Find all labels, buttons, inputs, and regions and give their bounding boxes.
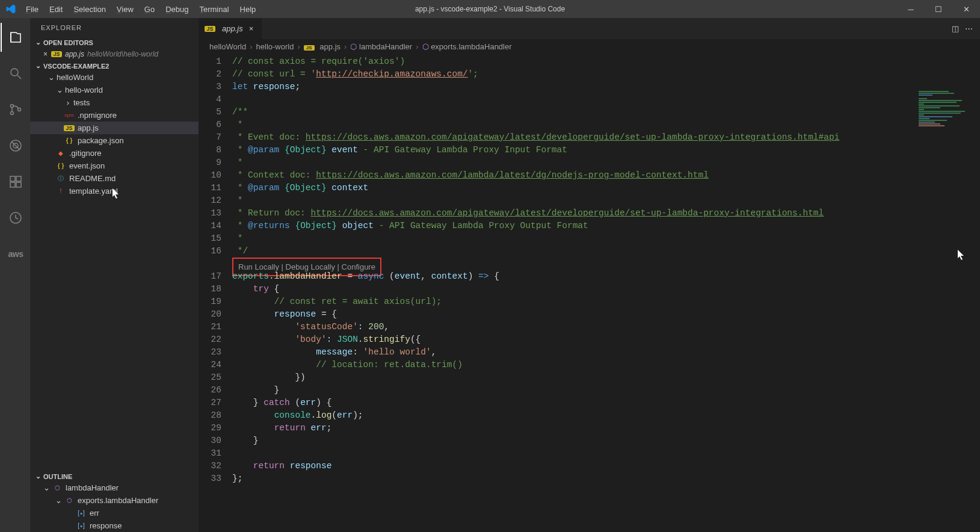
activity-scm[interactable]	[1, 95, 29, 124]
activity-explorer[interactable]	[1, 23, 29, 52]
minimize-button[interactable]: ─	[897, 0, 925, 18]
vscode-icon	[0, 4, 21, 14]
js-icon: JS	[205, 26, 215, 32]
file-event-json[interactable]: { }event.json	[30, 159, 199, 172]
activity-aws[interactable]: aws	[1, 240, 29, 268]
js-icon: JS	[51, 51, 62, 57]
sidebar: EXPLORER ⌄OPEN EDITORS × JS app.js hello…	[30, 18, 199, 532]
folder-helloWorld[interactable]: ⌄helloWorld	[30, 71, 199, 84]
sidebar-title: EXPLORER	[30, 18, 199, 37]
outline-response[interactable]: [∘]response	[30, 519, 199, 532]
menu-view[interactable]: View	[112, 2, 138, 17]
file-template-yaml[interactable]: !template.yaml	[30, 185, 199, 197]
folder-tests[interactable]: ›tests	[30, 96, 199, 109]
svg-point-1	[11, 105, 14, 108]
file-README-md[interactable]: ⓘREADME.md	[30, 172, 199, 185]
menu-go[interactable]: Go	[140, 2, 159, 17]
svg-point-3	[18, 108, 21, 111]
svg-rect-6	[10, 176, 15, 181]
svg-rect-8	[10, 182, 15, 187]
menu-selection[interactable]: Selection	[69, 2, 110, 17]
activity-extensions[interactable]	[1, 167, 29, 196]
more-actions-icon[interactable]: ⋯	[965, 24, 973, 33]
breadcrumb-item[interactable]: JS app.js	[304, 42, 341, 51]
folder-hello-world[interactable]: ⌄hello-world	[30, 84, 199, 96]
breadcrumb-item[interactable]: helloWorld	[209, 42, 246, 51]
activity-bar: aws	[0, 18, 30, 532]
file--gitignore[interactable]: ◆.gitignore	[30, 147, 199, 159]
breadcrumbs[interactable]: helloWorld›hello-world›JS app.js›⬡ lambd…	[199, 39, 980, 54]
tabs: JS app.js × ◫ ⋯	[199, 18, 980, 39]
svg-point-2	[11, 112, 14, 115]
close-button[interactable]: ✕	[952, 0, 980, 18]
menu-file[interactable]: File	[21, 2, 43, 17]
minimap[interactable]	[916, 90, 970, 211]
menu-terminal[interactable]: Terminal	[194, 2, 233, 17]
svg-rect-9	[16, 182, 21, 187]
outline-lambdaHandler[interactable]: ⌄⬡lambdaHandler	[30, 481, 199, 494]
file-package-json[interactable]: { }package.json	[30, 134, 199, 147]
breadcrumb-item[interactable]: hello-world	[256, 42, 294, 51]
svg-rect-7	[16, 176, 21, 181]
section-outline[interactable]: ⌄OUTLINE	[30, 471, 199, 481]
section-project[interactable]: ⌄VSCODE-EXAMPLE2	[30, 61, 199, 71]
tab-app-js[interactable]: JS app.js ×	[199, 18, 262, 39]
editor: JS app.js × ◫ ⋯ helloWorld›hello-world›J…	[199, 18, 980, 532]
outline-err[interactable]: [∘]err	[30, 507, 199, 519]
titlebar: FileEditSelectionViewGoDebugTerminalHelp…	[0, 0, 980, 18]
open-editor-item[interactable]: × JS app.js helloWorld\hello-world	[30, 48, 199, 61]
file--npmignore[interactable]: npm.npmignore	[30, 109, 199, 122]
svg-point-0	[11, 69, 18, 76]
menu-help[interactable]: Help	[235, 2, 261, 17]
code-area[interactable]: 12345678910111213141516 1718192021222324…	[199, 54, 980, 532]
breadcrumb-item[interactable]: ⬡ lambdaHandler	[350, 42, 412, 51]
menu-debug[interactable]: Debug	[161, 2, 193, 17]
menu-edit[interactable]: Edit	[45, 2, 67, 17]
split-editor-icon[interactable]: ◫	[952, 24, 959, 33]
maximize-button[interactable]: ☐	[925, 0, 952, 18]
activity-timeline[interactable]	[1, 203, 29, 232]
activity-debug-disabled[interactable]	[1, 131, 29, 160]
window-title: app.js - vscode-example2 - Visual Studio…	[415, 5, 565, 13]
close-editor-icon[interactable]: ×	[43, 50, 48, 58]
outline-exports-lambdaHandler[interactable]: ⌄⬡exports.lambdaHandler	[30, 494, 199, 507]
breadcrumb-item[interactable]: ⬡ exports.lambdaHandler	[422, 42, 512, 51]
file-app-js[interactable]: JSapp.js	[30, 122, 199, 134]
section-open-editors[interactable]: ⌄OPEN EDITORS	[30, 37, 199, 48]
close-tab-icon[interactable]: ×	[247, 24, 256, 33]
activity-search[interactable]	[1, 59, 29, 88]
